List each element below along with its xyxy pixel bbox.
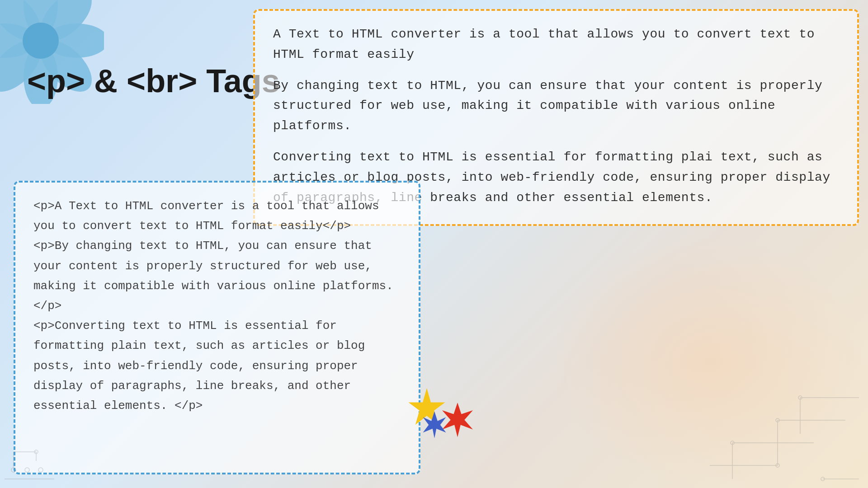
circuit-decoration-left bbox=[0, 398, 90, 488]
page-title: <p> & <br> Tags bbox=[27, 63, 280, 99]
svg-point-8 bbox=[23, 23, 59, 59]
svg-point-23 bbox=[11, 468, 16, 472]
orange-para-1: A Text to HTML converter is a tool that … bbox=[273, 24, 839, 65]
svg-point-24 bbox=[25, 468, 29, 472]
stars-decoration bbox=[407, 371, 497, 461]
orange-para-2: By changing text to HTML, you can ensure… bbox=[273, 76, 839, 136]
svg-point-25 bbox=[38, 468, 43, 472]
circuit-decoration-right bbox=[687, 352, 868, 488]
title-text: <p> & <br> Tags bbox=[27, 63, 280, 99]
blue-box-code: <p>A Text to HTML converter is a tool th… bbox=[33, 196, 401, 416]
